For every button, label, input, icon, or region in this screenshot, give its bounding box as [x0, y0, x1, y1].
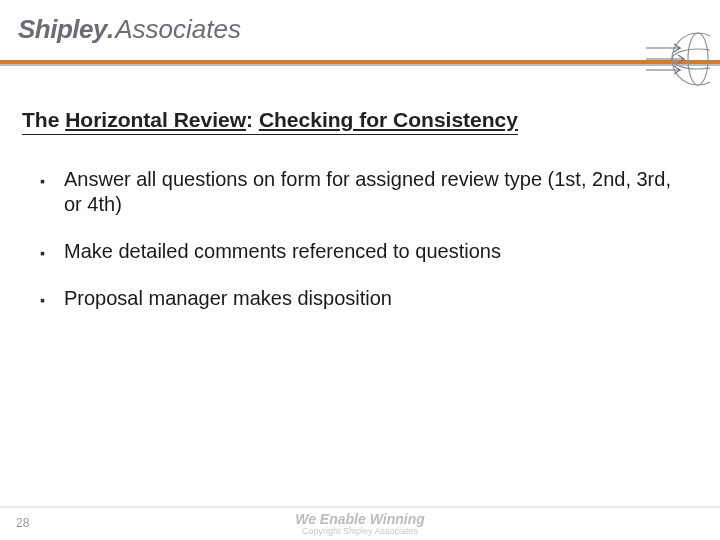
slide: Shipley.Associates	[0, 0, 720, 540]
logo: Shipley.Associates	[18, 14, 720, 45]
footer-copyright: Copyright Shipley Associates	[0, 526, 720, 536]
title-underlined-1: Horizontal Review	[65, 108, 246, 131]
bullet-text: Make detailed comments referenced to que…	[64, 239, 674, 264]
divider-gray	[0, 64, 720, 66]
footer-divider	[0, 506, 720, 508]
globe-icon	[640, 30, 710, 88]
slide-header: Shipley.Associates	[0, 0, 720, 78]
footer-tagline: We Enable Winning	[0, 511, 720, 527]
title-area: The Horizontal Review: Checking for Cons…	[0, 78, 720, 141]
logo-dot: .	[107, 14, 114, 45]
header-divider	[0, 60, 720, 66]
title-underlined-2: Checking for Consistency	[259, 108, 518, 131]
footer-brand: We Enable Winning Copyright Shipley Asso…	[0, 511, 720, 536]
svg-point-3	[688, 33, 708, 85]
bullet-text: Proposal manager makes disposition	[64, 286, 674, 311]
slide-title: The Horizontal Review: Checking for Cons…	[22, 108, 518, 135]
list-item: ▪ Answer all questions on form for assig…	[40, 167, 674, 217]
slide-footer: 28 We Enable Winning Copyright Shipley A…	[0, 506, 720, 540]
title-prefix: The	[22, 108, 65, 131]
slide-body: ▪ Answer all questions on form for assig…	[0, 141, 720, 311]
logo-primary: Shipley	[18, 14, 107, 45]
title-sep: :	[246, 108, 259, 131]
bullet-icon: ▪	[40, 245, 52, 263]
bullet-text: Answer all questions on form for assigne…	[64, 167, 674, 217]
bullet-icon: ▪	[40, 173, 52, 191]
list-item: ▪ Proposal manager makes disposition	[40, 286, 674, 311]
logo-secondary: Associates	[115, 14, 241, 45]
list-item: ▪ Make detailed comments referenced to q…	[40, 239, 674, 264]
bullet-icon: ▪	[40, 292, 52, 310]
